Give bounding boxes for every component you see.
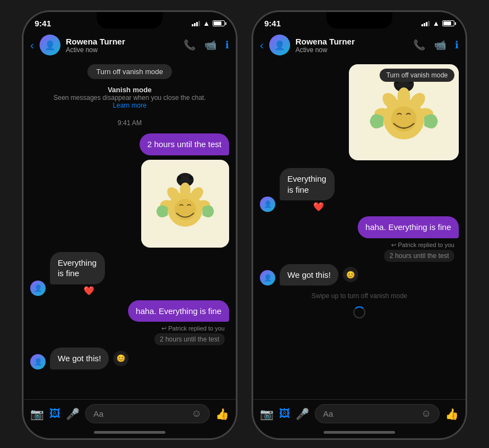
thumbsup-icon-1[interactable]: 👍 <box>215 407 229 421</box>
info-icon-2[interactable]: ℹ <box>455 39 459 51</box>
mic-icon-1[interactable]: 🎤 <box>66 407 80 421</box>
contact-name-2: Rowena Turner <box>296 37 408 46</box>
svg-point-10 <box>174 198 196 220</box>
camera-icon-1[interactable]: 📷 <box>30 407 44 421</box>
contact-status-2: Active now <box>296 46 408 54</box>
incoming-avatar-4: 👤 <box>260 270 275 285</box>
vanish-desc-1: Seen messages disappear when you close t… <box>30 94 229 102</box>
svg-point-2 <box>177 175 181 179</box>
msg-we-got-this-2: 👤 We got this! 😊 <box>260 264 459 286</box>
status-time-1: 9:41 <box>35 19 51 28</box>
vanish-title-1: Vanish mode <box>30 86 229 94</box>
home-indicator-2 <box>324 431 395 434</box>
signal-bars-2 <box>421 21 430 26</box>
messages-area-2: Turn off vanish mode 👤 Everything is fin… <box>253 60 465 399</box>
reaction-2: ❤️ <box>280 201 358 212</box>
svg-point-5 <box>180 182 191 198</box>
vanish-info-1: Vanish mode Seen messages disappear when… <box>30 86 229 109</box>
vanish-mode-banner-1[interactable]: Turn off vanish mode <box>87 64 171 79</box>
loading-spinner-2 <box>353 306 365 318</box>
call-icon-2[interactable]: 📞 <box>413 39 425 51</box>
back-button-2[interactable]: ‹ <box>260 39 264 52</box>
emoji-icon-1[interactable]: ☺ <box>192 408 202 419</box>
notch-1 <box>97 12 163 29</box>
header-info-1: Rowena Turner Active now <box>66 37 178 54</box>
vanish-link-1[interactable]: Learn more <box>30 102 229 109</box>
messages-area-1: Turn off vanish mode Vanish mode Seen me… <box>24 60 236 399</box>
thumbsup-icon-2[interactable]: 👍 <box>445 407 459 421</box>
signal-bar-4 <box>198 21 200 26</box>
incoming-avatar-3: 👤 <box>260 197 275 212</box>
bubble-outgoing-3: haha. Everything is fine <box>358 216 459 238</box>
reply-label-2: ↩ Patrick replied to you <box>260 242 454 249</box>
avatar-1: 👤 <box>40 35 60 55</box>
battery-fill-2 <box>443 21 451 25</box>
reply-context-2: ↩ Patrick replied to you 2 hours until t… <box>260 242 459 262</box>
reaction-1: ❤️ <box>50 285 128 296</box>
msg-outgoing-1: 2 hours until the test <box>30 133 229 155</box>
message-input-1[interactable]: Aa ☺ <box>85 404 210 423</box>
camera-icon-2[interactable]: 📷 <box>260 407 274 421</box>
gallery-icon-2[interactable]: 🖼 <box>279 407 290 420</box>
status-time-2: 9:41 <box>264 19 281 28</box>
msg-outgoing-3: haha. Everything is fine <box>260 216 459 238</box>
message-timestamp-1: 9:41 AM <box>30 119 229 127</box>
header-actions-1: 📞 📹 ℹ <box>184 39 229 51</box>
reply-label-1: ↩ Patrick replied to you <box>30 325 225 332</box>
signal-bars-1 <box>192 21 200 26</box>
signal-bar-1 <box>192 24 193 26</box>
emoji-icon-2[interactable]: ☺ <box>421 408 431 419</box>
reply-quote-1: 2 hours until the test <box>154 333 225 345</box>
chat-header-1: ‹ 👤 Rowena Turner Active now 📞 📹 ℹ <box>24 30 236 60</box>
swipe-hint-2: Swipe up to turn off vanish mode <box>260 292 459 300</box>
status-icons-2: ▲ <box>421 19 454 27</box>
sticker-1 <box>141 160 229 248</box>
wifi-icon-2: ▲ <box>432 19 440 27</box>
wifi-icon-1: ▲ <box>203 19 210 27</box>
call-icon-1[interactable]: 📞 <box>184 39 196 51</box>
reply-quote-2: 2 hours until the test <box>384 250 454 262</box>
signal-bar-5 <box>421 24 423 26</box>
notch-2 <box>326 12 392 29</box>
avatar-2: 👤 <box>269 35 290 55</box>
status-icons-1: ▲ <box>192 19 225 27</box>
signal-bar-3 <box>196 22 198 26</box>
we-got-reaction-1: 😊 <box>113 351 129 366</box>
msg-we-got-this-1: 👤 We got this! 😊 <box>30 348 229 369</box>
home-indicator-1 <box>94 431 165 434</box>
gallery-icon-1[interactable]: 🖼 <box>49 407 60 420</box>
video-icon-1[interactable]: 📹 <box>204 39 216 51</box>
signal-bar-6 <box>424 23 425 26</box>
sticker-with-overlay-2: Turn off vanish mode <box>349 64 459 160</box>
svg-point-3 <box>189 175 193 179</box>
input-placeholder-2: Aa <box>323 409 417 418</box>
vanish-banner-overlay-2[interactable]: Turn off vanish mode <box>380 69 454 82</box>
bubble-outgoing-2: haha. Everything is fine <box>128 300 229 322</box>
phone-1: 9:41 ▲ ‹ 👤 Rowena Turner Active now <box>23 11 237 439</box>
video-icon-2[interactable]: 📹 <box>434 39 446 51</box>
bottom-bar-1: 📷 🖼 🎤 Aa ☺ 👍 <box>24 399 236 428</box>
svg-point-21 <box>391 107 416 132</box>
bubble-we-got-this-2: We got this! <box>280 264 338 286</box>
signal-bar-8 <box>428 21 430 26</box>
back-button-1[interactable]: ‹ <box>30 39 34 52</box>
mic-icon-2[interactable]: 🎤 <box>296 407 309 421</box>
msg-outgoing-2: haha. Everything is fine <box>30 300 229 322</box>
msg-sticker-1 <box>30 160 229 248</box>
phone-2: 9:41 ▲ ‹ 👤 Rowena Turner Active now <box>252 11 466 439</box>
message-input-2[interactable]: Aa ☺ <box>315 404 440 423</box>
msg-incoming-2: 👤 Everything is fine ❤️ <box>260 168 459 212</box>
msg-incoming-1: 👤 Everything is fine ❤️ <box>30 252 229 296</box>
contact-name-1: Rowena Turner <box>66 37 178 46</box>
chat-header-2: ‹ 👤 Rowena Turner Active now 📞 📹 ℹ <box>253 30 465 60</box>
info-icon-1[interactable]: ℹ <box>225 39 229 51</box>
incoming-avatar-2: 👤 <box>30 354 46 369</box>
incoming-avatar-1: 👤 <box>30 281 46 296</box>
bubble-we-got-this-1: We got this! <box>50 348 109 369</box>
reply-context-1: ↩ Patrick replied to you 2 hours until t… <box>30 325 229 345</box>
signal-bar-7 <box>426 22 427 26</box>
battery-1 <box>213 20 225 26</box>
bubble-incoming-1: Everything is fine <box>50 252 105 284</box>
bubble-incoming-2: Everything is fine <box>280 168 335 200</box>
we-got-reaction-2: 😊 <box>343 267 358 282</box>
